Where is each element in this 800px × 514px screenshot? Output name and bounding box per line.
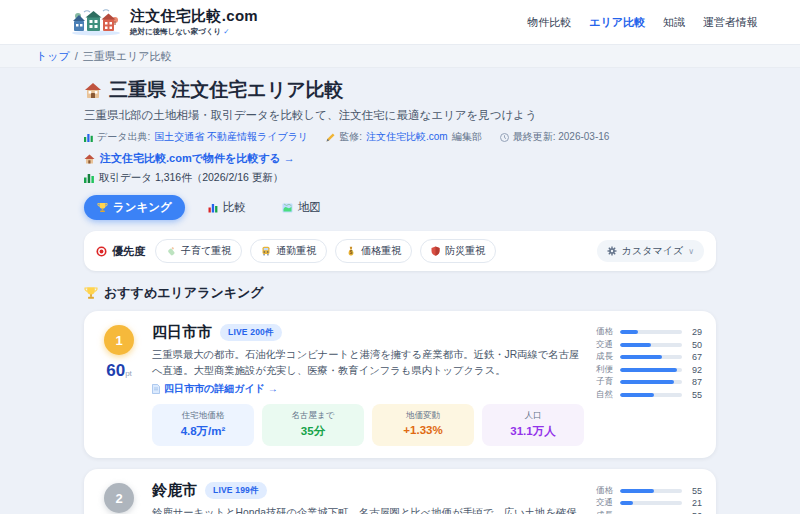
tab-map[interactable]: 地図	[269, 195, 334, 220]
card-main: 四日市市 LIVE 200件 三重県最大の都市。石油化学コンビナートと港湾を擁す…	[152, 323, 584, 446]
compare-properties-link[interactable]: 注文住宅比較.comで物件を比較する →	[84, 151, 716, 166]
score-row-price: 価格55	[596, 484, 702, 497]
rank-column: 2 57pt	[98, 481, 140, 514]
card-main: 鈴鹿市 LIVE 199件 鈴鹿サーキットとHonda技研の企業城下町。名古屋圏…	[152, 481, 584, 514]
priority-label: 優先度	[96, 244, 145, 259]
score-bars: 価格55 交通21 成長56 利便66 子育80 自然65	[596, 481, 702, 514]
data-source-link[interactable]: 国土交通省 不動産情報ライブラリ	[154, 130, 308, 144]
site-tagline: 絶対に後悔しない家づくり✓	[130, 27, 258, 37]
score-bar-fill	[620, 355, 662, 359]
score-bar-track	[620, 330, 682, 334]
house-icon	[84, 82, 102, 99]
rank-badge: 1	[104, 325, 134, 355]
target-icon	[96, 246, 107, 257]
rank-badge: 2	[104, 483, 134, 513]
customize-button[interactable]: カスタマイズ ∨	[597, 240, 704, 262]
filter-chip-price[interactable]: $ 価格重視	[335, 239, 412, 263]
score-bar-track	[620, 355, 682, 359]
score-row-transit: 交通21	[596, 497, 702, 510]
house-icon	[84, 154, 95, 164]
city-name: 四日市市	[152, 323, 212, 342]
score-row-transit: 交通50	[596, 339, 702, 352]
shield-icon	[431, 246, 440, 256]
check-icon: ✓	[223, 27, 229, 36]
breadcrumb: トップ / 三重県エリア比較	[0, 44, 800, 68]
trophy-icon	[97, 202, 108, 213]
rank-column: 1 60pt	[98, 323, 140, 446]
document-icon	[152, 384, 160, 394]
breadcrumb-separator: /	[75, 50, 78, 62]
meta-row: データ出典: 国土交通省 不動産情報ライブラリ 監修: 注文住宅比較.com 編…	[84, 130, 716, 144]
breadcrumb-current: 三重県エリア比較	[83, 49, 172, 64]
last-updated-meta: 最終更新: 2026-03-16	[500, 130, 610, 144]
score-bar-track	[620, 393, 682, 397]
score-bar-fill	[620, 393, 654, 397]
bar-chart-icon	[208, 203, 218, 213]
detail-guide-link[interactable]: 四日市市の詳細ガイド →	[152, 382, 584, 396]
map-icon	[282, 203, 293, 213]
stat-price-change: 地価変動 +1.33%	[372, 404, 474, 446]
nav-item-operator-info[interactable]: 運営者情報	[703, 15, 758, 30]
main-nav: 物件比較 エリア比較 知識 運営者情報	[527, 15, 758, 30]
gear-icon	[607, 246, 617, 256]
header: 注文住宅比較.com 絶対に後悔しない家づくり✓ 物件比較 エリア比較 知識 運…	[0, 0, 800, 44]
nav-item-area-compare[interactable]: エリア比較	[589, 15, 645, 30]
score-row-growth: 成長67	[596, 351, 702, 364]
page-subtitle: 三重県北部の土地相場・取引データを比較して、注文住宅に最適なエリアを見つけよう	[84, 108, 716, 123]
nav-item-property-compare[interactable]: 物件比較	[527, 15, 571, 30]
score-row-nature: 自然55	[596, 389, 702, 402]
data-source-meta: データ出典: 国土交通省 不動産情報ライブラリ	[84, 130, 308, 144]
score-bar-fill	[620, 368, 677, 372]
score-bar-track	[620, 343, 682, 347]
score-bar-fill	[620, 501, 633, 505]
score-bar-track	[620, 501, 682, 505]
clock-icon	[500, 133, 509, 142]
stat-to-nagoya: 名古屋まで 35分	[262, 404, 364, 446]
stat-population: 人口 31.1万人	[482, 404, 584, 446]
city-description: 鈴鹿サーキットとHonda技研の企業城下町。名古屋圏と比べ地価が手頃で、広い土地…	[152, 505, 584, 514]
nav-item-knowledge[interactable]: 知識	[663, 15, 685, 30]
breadcrumb-home-link[interactable]: トップ	[36, 49, 70, 64]
city-name: 鈴鹿市	[152, 481, 197, 500]
priority-filter-bar: 優先度 子育て重視 通勤重視 $ 価格重視 防災重視	[84, 231, 716, 271]
live-badge: LIVE 199件	[205, 482, 267, 499]
chevron-down-icon: ∨	[688, 247, 694, 256]
filter-chip-disaster[interactable]: 防災重視	[420, 239, 496, 263]
houses-illustration-icon	[70, 8, 122, 36]
score-bar-fill	[620, 380, 674, 384]
ranking-heading: おすすめエリアランキング	[84, 284, 716, 302]
score-bar-fill	[620, 330, 638, 334]
score-points: 60pt	[98, 362, 140, 379]
bar-chart-icon	[84, 173, 94, 183]
site-title: 注文住宅比較.com	[130, 7, 258, 26]
stats-row: 住宅地価格 4.8万/m² 名古屋まで 35分 地価変動 +1.33% 人口 3…	[152, 404, 584, 446]
score-bar-track	[620, 368, 682, 372]
ranking-card-yokkaichi[interactable]: 1 60pt 四日市市 LIVE 200件 三重県最大の都市。石油化学コンビナー…	[84, 311, 716, 458]
train-icon	[261, 246, 271, 256]
score-bars: 価格29 交通50 成長67 利便92 子育87 自然55	[596, 323, 702, 446]
main-content: 三重県 注文住宅エリア比較 三重県北部の土地相場・取引データを比較して、注文住宅…	[84, 68, 716, 514]
score-row-childcare: 子育87	[596, 376, 702, 389]
view-tabs: ランキング 比較 地図	[84, 195, 716, 220]
bar-chart-icon	[84, 133, 93, 142]
filter-chip-childcare[interactable]: 子育て重視	[155, 239, 242, 263]
filter-chip-commute[interactable]: 通勤重視	[250, 239, 327, 263]
pencil-icon	[326, 133, 335, 142]
score-bar-fill	[620, 343, 651, 347]
score-row-growth: 成長56	[596, 509, 702, 514]
supervisor-meta: 監修: 注文住宅比較.com 編集部	[326, 130, 481, 144]
ranking-card-suzuka[interactable]: 2 57pt 鈴鹿市 LIVE 199件 鈴鹿サーキットとHonda技研の企業城…	[84, 469, 716, 514]
score-bar-fill	[620, 489, 654, 493]
tab-ranking[interactable]: ランキング	[84, 195, 185, 220]
score-row-convenience: 利便92	[596, 364, 702, 377]
page-title: 三重県 注文住宅エリア比較	[84, 77, 716, 103]
score-row-price: 価格29	[596, 326, 702, 339]
score-bar-track	[620, 489, 682, 493]
baby-bottle-icon	[166, 246, 176, 256]
transaction-data-count: 取引データ 1,316件（2026/2/16 更新）	[84, 171, 716, 185]
trophy-icon	[84, 286, 98, 300]
site-logo[interactable]: 注文住宅比較.com 絶対に後悔しない家づくり✓	[70, 7, 258, 37]
city-description: 三重県最大の都市。石油化学コンビナートと港湾を擁する産業都市。近鉄・JR両線で名…	[152, 347, 584, 378]
tab-compare[interactable]: 比較	[195, 195, 259, 220]
supervisor-link[interactable]: 注文住宅比較.com	[366, 130, 448, 144]
